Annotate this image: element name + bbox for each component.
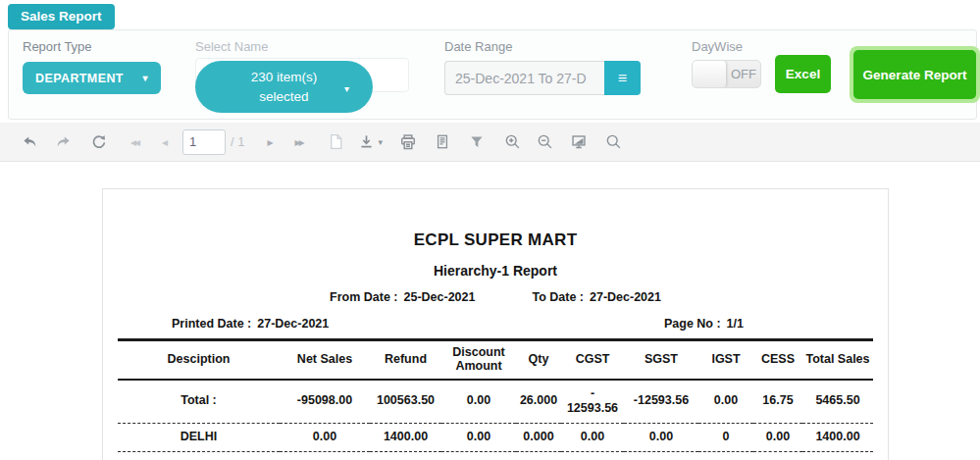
table-header-cell: Refund — [370, 340, 441, 380]
table-cell: 0.00 — [624, 423, 698, 451]
report-date-range-line: From Date :25-Dec-2021 To Date :27-Dec-2… — [103, 290, 888, 304]
new-page-button[interactable] — [326, 129, 345, 155]
previous-page-icon: ◂ — [162, 135, 166, 149]
printed-date-label: Printed Date : — [172, 317, 251, 331]
select-name-label: Select Name — [195, 39, 268, 54]
chevron-down-icon: ▾ — [344, 82, 349, 97]
table-cell: 0.00 — [280, 423, 370, 451]
print-icon — [399, 133, 417, 151]
date-range-input[interactable] — [455, 71, 600, 86]
search-button[interactable] — [603, 129, 623, 155]
table-header-cell: Desciption — [118, 340, 280, 380]
table-cell: 0 — [698, 451, 753, 460]
redo-button[interactable] — [53, 129, 73, 155]
table-cell: 440.00 — [802, 451, 873, 460]
daywise-state: OFF — [727, 61, 760, 87]
table-header-cell: CGST — [561, 340, 624, 380]
previous-page-button[interactable]: ◂ — [154, 129, 174, 155]
search-icon — [605, 133, 622, 150]
download-icon — [358, 133, 375, 150]
report-table-body: Total :-95098.00100563.500.0026.000- 125… — [118, 380, 873, 460]
zoom-in-icon — [504, 133, 521, 150]
report-type-value: DEPARTMENT — [35, 72, 124, 85]
first-page-icon: ◂◂ — [130, 135, 138, 149]
table-cell: 0 — [698, 423, 753, 451]
filter-icon — [469, 134, 485, 150]
zoom-out-icon — [537, 133, 553, 150]
fit-to-window-button[interactable] — [569, 129, 589, 155]
table-header-cell: Total Sales — [802, 340, 873, 380]
table-cell: -12593.56 — [624, 380, 698, 424]
table-cell: 10.47 — [624, 451, 698, 460]
table-cell: 1400.00 — [802, 423, 873, 451]
new-page-icon — [328, 133, 344, 150]
table-cell: 5465.50 — [802, 380, 873, 424]
page-no-value: 1/1 — [727, 317, 744, 331]
refresh-icon — [90, 133, 107, 150]
refresh-button[interactable] — [88, 129, 108, 155]
select-name-value: 230 item(s) selected — [231, 68, 338, 106]
page-total-label: / 1 — [231, 134, 244, 149]
printed-date-value: 27-Dec-2021 — [257, 317, 329, 331]
report-type-label: Report Type — [23, 39, 92, 54]
date-range-group: ≡ — [444, 61, 641, 95]
tab-sales-report[interactable]: Sales Report — [8, 4, 115, 29]
generate-report-ring: Generate Report — [850, 46, 980, 103]
table-cell: 440.00 — [280, 451, 370, 460]
table-row: Total :-95098.00100563.500.0026.000- 125… — [118, 380, 873, 424]
fit-to-window-icon — [570, 133, 588, 150]
zoom-out-button[interactable] — [535, 129, 554, 155]
table-cell: 0.00 — [441, 451, 516, 460]
table-header-cell: CESS — [753, 340, 802, 380]
report-table-header: DesciptionNet SalesRefundDiscount Amount… — [118, 340, 873, 380]
first-page-button[interactable]: ◂◂ — [125, 129, 144, 155]
table-cell: 0.00 — [561, 423, 624, 451]
toggle-knob — [693, 61, 727, 87]
from-date-label: From Date : — [330, 290, 397, 304]
document-icon — [435, 133, 450, 150]
table-cell: DELHI — [118, 423, 280, 451]
table-cell: 0.00 — [370, 451, 441, 460]
select-name-dropdown[interactable]: 230 item(s) selected ▾ — [195, 61, 373, 113]
report-title: ECPL SUPER MART — [103, 230, 888, 250]
table-cell: DEP1 — [118, 451, 280, 460]
date-range-menu-button[interactable]: ≡ — [604, 61, 641, 95]
excel-button[interactable]: Excel — [775, 55, 831, 93]
report-meta-line: Printed Date :27-Dec-2021 Page No :1/1 — [103, 317, 888, 331]
download-button[interactable]: ▾ — [358, 129, 383, 155]
next-page-button[interactable]: ▸ — [259, 129, 279, 155]
table-cell: - 12593.56 — [561, 380, 624, 424]
table-cell: 100563.50 — [370, 380, 441, 424]
generate-report-button[interactable]: Generate Report — [853, 50, 976, 99]
report-page: ECPL SUPER MART Hierarchy-1 Report From … — [102, 188, 889, 460]
table-cell: 0.00 — [753, 451, 802, 460]
table-cell: 1400.00 — [370, 423, 441, 451]
table-cell: 10.47 — [561, 451, 624, 460]
report-subtitle: Hierarchy-1 Report — [103, 263, 888, 279]
date-range-label: Date Range — [444, 39, 512, 54]
table-header-cell: IGST — [698, 340, 753, 380]
filter-panel: Report Type DEPARTMENT ▾ Select Name 230… — [8, 29, 977, 120]
table-cell: Total : — [118, 380, 280, 424]
undo-button[interactable] — [20, 129, 39, 155]
page-no-label: Page No : — [664, 317, 721, 331]
report-type-dropdown[interactable]: DEPARTMENT ▾ — [23, 62, 161, 94]
last-page-button[interactable]: ▸▸ — [288, 129, 308, 155]
table-row: DELHI0.001400.000.000.0000.000.0000.0014… — [118, 423, 873, 451]
redo-icon — [55, 133, 72, 150]
table-cell: 0.00 — [753, 423, 802, 451]
page-number-input[interactable] — [182, 129, 226, 155]
zoom-in-button[interactable] — [502, 129, 522, 155]
daywise-label: DayWise — [692, 39, 743, 54]
undo-icon — [22, 133, 38, 150]
table-cell: 0.00 — [698, 380, 753, 424]
table-header-cell: Net Sales — [280, 340, 370, 380]
last-page-icon: ▸▸ — [294, 135, 302, 149]
daywise-toggle[interactable]: OFF — [692, 60, 761, 88]
print-button[interactable] — [398, 129, 418, 155]
table-header-cell: Discount Amount — [441, 340, 516, 380]
filter-button[interactable] — [467, 129, 487, 155]
from-date-value: 25-Dec-2021 — [403, 290, 475, 304]
document-button[interactable] — [433, 129, 452, 155]
table-cell: 3.000 — [516, 451, 561, 460]
